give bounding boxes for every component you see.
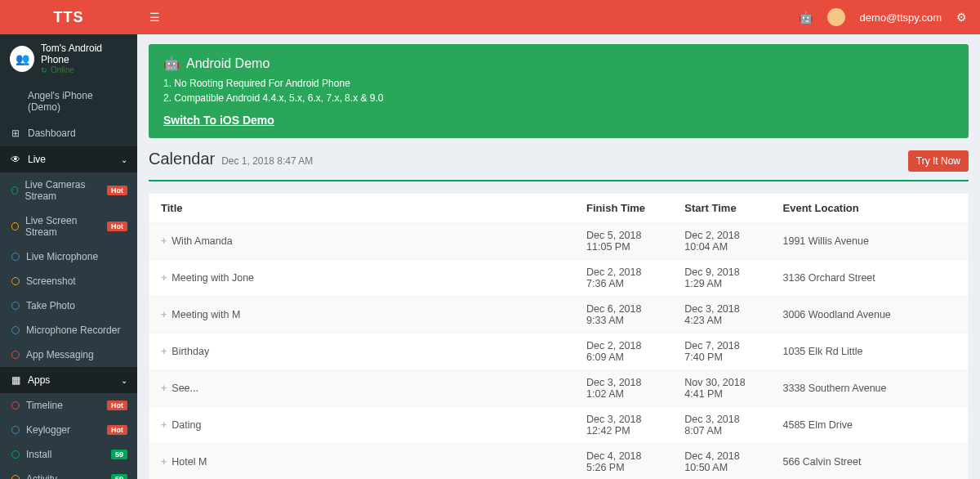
expand-icon[interactable]: + [161, 456, 167, 468]
cell-title: +Hotel M [149, 444, 575, 480]
banner-line-2: 2. Compatible Android 4.4.x, 5.x, 6.x, 7… [163, 91, 954, 105]
status-dot-icon [11, 186, 18, 195]
sidebar-item[interactable]: Live Cameras StreamHot [0, 172, 137, 208]
status-dot-icon [11, 253, 20, 261]
cell-title: +Birthday [149, 334, 575, 370]
nav-label: Angel's iPhone (Demo) [28, 90, 127, 113]
header-right: 🤖 demo@ttspy.com ⚙ [784, 8, 980, 26]
page-subtitle: Dec 1, 2018 8:47 AM [221, 155, 313, 167]
banner-line-1: 1. No Rooting Required For Android Phone [163, 76, 954, 91]
table-row[interactable]: +Meeting with JoneDec 2, 2018 7:36 AMDec… [149, 260, 968, 297]
column-header: Finish Time [575, 194, 673, 223]
demo-banner: 🤖 Android Demo 1. No Rooting Required Fo… [149, 44, 969, 138]
cell-title: +Dating [149, 407, 575, 444]
nav-label: Screenshot [26, 275, 76, 287]
avatar[interactable] [827, 8, 845, 26]
cell-location: 566 Calvin Street [772, 444, 968, 480]
device-avatar-icon: 👥 [10, 46, 34, 72]
cell-finish: Dec 2, 2018 6:09 AM [575, 334, 673, 370]
nav-label: Apps [28, 374, 50, 386]
table-row[interactable]: +See...Dec 3, 2018 1:02 AMNov 30, 2018 4… [149, 370, 968, 407]
badge: Hot [107, 222, 127, 231]
sidebar-item[interactable]: Live Microphone [0, 244, 137, 269]
dashboard-icon: ⊞ [10, 128, 21, 139]
sidebar-item[interactable]: Activity59 [0, 467, 137, 479]
top-header: TTS ☰ 🤖 demo@ttspy.com ⚙ [0, 0, 980, 34]
table-row[interactable]: +With AmandaDec 5, 2018 11:05 PMDec 2, 2… [149, 223, 968, 260]
cell-start: Dec 7, 2018 7:40 PM [673, 334, 771, 370]
cell-start: Dec 2, 2018 10:04 AM [673, 223, 771, 260]
sidebar-item[interactable]: Install59 [0, 442, 137, 467]
cell-finish: Dec 6, 2018 9:33 AM [575, 297, 673, 334]
calendar-table: TitleFinish TimeStart TimeEvent Location… [149, 194, 968, 479]
logo[interactable]: TTS [0, 9, 137, 26]
nav-label: App Messaging [26, 349, 94, 360]
cell-start: Nov 30, 2018 4:41 PM [673, 370, 771, 407]
cell-title: +With Amanda [149, 223, 575, 260]
nav-label: Take Photo [26, 300, 75, 311]
cell-finish: Dec 4, 2018 5:26 PM [575, 444, 673, 480]
expand-icon[interactable]: + [161, 346, 167, 357]
nav-label: Live Microphone [26, 251, 98, 262]
cell-location: 3338 Southern Avenue [772, 370, 968, 407]
column-header: Title [149, 194, 575, 223]
main-content: 🤖 Android Demo 1. No Rooting Required Fo… [137, 34, 980, 479]
status-dot-icon [11, 222, 19, 231]
cell-location: 1035 Elk Rd Little [772, 334, 968, 370]
badge: Hot [107, 401, 127, 410]
sidebar-item[interactable]: Screenshot [0, 269, 137, 293]
sidebar-item[interactable]: Live Screen StreamHot [0, 208, 137, 244]
hamburger-icon[interactable]: ☰ [137, 11, 172, 24]
cell-finish: Dec 3, 2018 12:42 PM [575, 407, 673, 444]
nav-label: Live [28, 154, 46, 165]
badge: Hot [107, 425, 127, 435]
cell-title: +See... [149, 370, 575, 407]
table-row[interactable]: +Meeting with MDec 6, 2018 9:33 AMDec 3,… [149, 297, 968, 334]
device-status: Online [41, 65, 127, 74]
sidebar-item[interactable]: Microphone Recorder [0, 318, 137, 342]
cell-finish: Dec 3, 2018 1:02 AM [575, 370, 673, 407]
sidebar-item-demo[interactable]: Angel's iPhone (Demo) [0, 83, 137, 120]
sidebar-item[interactable]: Take Photo [0, 293, 137, 318]
column-header: Start Time [673, 194, 771, 223]
nav-label: Live Cameras Stream [24, 179, 100, 202]
cell-location: 1991 Willis Avenue [772, 223, 968, 260]
cell-finish: Dec 5, 2018 11:05 PM [575, 223, 673, 260]
apps-icon: ▦ [10, 374, 21, 386]
cell-location: 4585 Elm Drive [772, 407, 968, 444]
expand-icon[interactable]: + [161, 419, 167, 431]
live-icon: 👁 [10, 154, 21, 165]
table-row[interactable]: +DatingDec 3, 2018 12:42 PMDec 3, 2018 8… [149, 407, 968, 444]
expand-icon[interactable]: + [161, 383, 167, 394]
sidebar-group-apps[interactable]: ▦ Apps ⌄ [0, 367, 137, 393]
cell-start: Dec 3, 2018 4:23 AM [673, 297, 771, 334]
switch-demo-link[interactable]: Switch To iOS Demo [163, 114, 274, 127]
table-row[interactable]: +BirthdayDec 2, 2018 6:09 AMDec 7, 2018 … [149, 334, 968, 370]
table-row[interactable]: +Hotel MDec 4, 2018 5:26 PMDec 4, 2018 1… [149, 444, 968, 480]
sidebar-item[interactable]: KeyloggerHot [0, 418, 137, 442]
nav-label: Install [26, 449, 51, 460]
sidebar-item-dashboard[interactable]: ⊞ Dashboard [0, 120, 137, 146]
sidebar-group-live[interactable]: 👁 Live ⌄ [0, 146, 137, 172]
cell-start: Dec 9, 2018 1:29 AM [673, 260, 771, 297]
status-dot-icon [11, 475, 20, 479]
nav-label: Live Screen Stream [25, 215, 100, 238]
share-icon[interactable]: ⚙ [956, 11, 967, 24]
device-panel[interactable]: 👥 Tom's Android Phone Online [0, 34, 137, 83]
nav-label: Dashboard [28, 128, 76, 139]
try-it-button[interactable]: Try It Now [908, 150, 969, 172]
nav-label: Timeline [26, 400, 63, 411]
user-email[interactable]: demo@ttspy.com [860, 11, 942, 24]
sidebar-item[interactable]: App Messaging [0, 342, 137, 367]
sidebar-item[interactable]: TimelineHot [0, 393, 137, 418]
expand-icon[interactable]: + [161, 309, 167, 320]
column-header: Event Location [772, 194, 968, 223]
cell-location: 3136 Orchard Street [772, 260, 968, 297]
status-dot-icon [11, 351, 20, 359]
badge: 59 [111, 474, 127, 479]
cell-location: 3006 Woodland Avenue [772, 297, 968, 334]
expand-icon[interactable]: + [161, 272, 167, 284]
expand-icon[interactable]: + [161, 235, 167, 247]
status-dot-icon [11, 302, 20, 310]
android-icon[interactable]: 🤖 [799, 11, 813, 24]
